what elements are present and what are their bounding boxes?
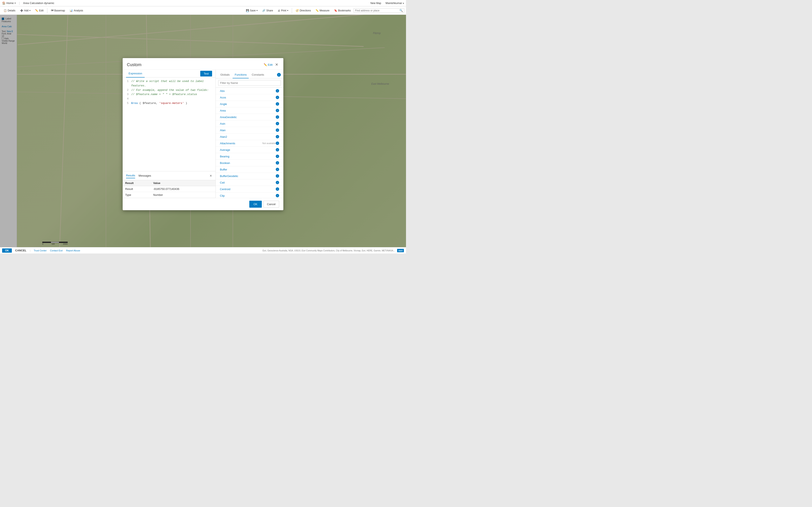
func-avg-info-icon[interactable]: i — [276, 148, 279, 152]
function-item-areageodetic[interactable]: AreaGeodetic i — [216, 114, 283, 120]
tab-globals[interactable]: Globals — [218, 71, 232, 78]
function-item-atan2[interactable]: Atan2 i — [216, 133, 283, 140]
function-item-boolean[interactable]: Boolean i — [216, 160, 283, 166]
bookmarks-label: Bookmarks — [338, 9, 351, 12]
code-line-3: 3 // $feature.name + " " + $feature.stat… — [125, 92, 213, 97]
expression-tabs: Expression Test — [123, 70, 215, 77]
directions-button[interactable]: 🧭 Directions — [294, 8, 313, 13]
code-editor[interactable]: 1 // Write a script that will be used to… — [123, 77, 215, 171]
tab-messages[interactable]: Messages — [139, 173, 151, 178]
bottom-cancel-button[interactable]: CANCEL — [15, 249, 27, 252]
new-map-button[interactable]: New Map — [368, 1, 383, 6]
dialog-close-button[interactable]: ✕ — [274, 61, 279, 68]
func-atan2-info-icon[interactable]: i — [276, 135, 279, 138]
cancel-button[interactable]: Cancel — [263, 201, 279, 208]
function-name-ceil: Ceil — [220, 181, 276, 184]
function-item-clip[interactable]: Clip i — [216, 192, 283, 198]
share-button[interactable]: 🔗 Share — [260, 8, 275, 13]
print-label: Print — [281, 9, 286, 12]
tab-results[interactable]: Results — [126, 173, 135, 178]
func-bool-info-icon[interactable]: i — [276, 161, 279, 165]
func-angle-info-icon[interactable]: i — [276, 102, 279, 106]
trust-center-link[interactable]: Trust Center — [34, 249, 47, 252]
func-buffgeo-info-icon[interactable]: i — [276, 174, 279, 178]
function-name-boolean: Boolean — [220, 161, 276, 165]
search-input[interactable] — [355, 9, 399, 12]
code-content-5: Area ( $feature, 'square-meters' ) — [131, 101, 187, 106]
func-acos-info-icon[interactable]: i — [276, 96, 279, 99]
function-name-attachments: Attachments — [220, 142, 261, 145]
function-item-acos[interactable]: Acos i — [216, 94, 283, 101]
function-list: Abs i Acos i Angle i Area i — [216, 88, 283, 198]
basemap-button[interactable]: 🗺 Basemap — [49, 8, 67, 13]
ok-button[interactable]: OK — [249, 201, 262, 208]
print-chevron-icon: ▾ — [287, 9, 288, 12]
function-item-abs[interactable]: Abs i — [216, 88, 283, 94]
analysis-label: Analysis — [73, 9, 83, 12]
function-item-buffergeodetic[interactable]: BufferGeodetic i — [216, 173, 283, 179]
result-row1-col1: Result — [123, 186, 151, 192]
tab-constants[interactable]: Constants — [250, 71, 266, 78]
bottom-ok-button[interactable]: OK — [2, 248, 12, 252]
print-button[interactable]: 🖨 Print ▾ — [276, 8, 290, 13]
function-item-centroid[interactable]: Centroid i — [216, 186, 283, 192]
user-menu[interactable]: Manishkumar ▾ — [386, 1, 404, 5]
details-button[interactable]: 📋 Details — [2, 8, 17, 13]
func-area-info-icon[interactable]: i — [276, 109, 279, 112]
tab-functions[interactable]: Functions — [233, 71, 249, 78]
code-line-4: 4 — [125, 97, 213, 101]
function-item-atan[interactable]: Atan i — [216, 127, 283, 133]
func-asin-info-icon[interactable]: i — [276, 122, 279, 125]
save-label: Save — [250, 9, 256, 12]
measure-button[interactable]: 📏 Measure — [314, 8, 332, 13]
basemap-label: Basemap — [54, 9, 65, 12]
func-ceil-info-icon[interactable]: i — [276, 181, 279, 184]
func-buffer-info-icon[interactable]: i — [276, 168, 279, 171]
nav-separator: | — [19, 1, 20, 5]
function-filter-input[interactable] — [218, 80, 281, 86]
results-header: Results Messages ✕ — [123, 171, 215, 180]
code-line-1: 1 // Write a script that will be used to… — [125, 79, 213, 88]
functions-info-icon[interactable]: i — [277, 73, 281, 77]
function-item-angle[interactable]: Angle i — [216, 101, 283, 107]
func-areageo-info-icon[interactable]: i — [276, 115, 279, 119]
report-abuse-link[interactable]: Report Abuse — [66, 249, 80, 252]
code-string-param: 'square-meters' — [159, 102, 184, 105]
func-atan-info-icon[interactable]: i — [276, 128, 279, 132]
dialog-edit-button[interactable]: ✏️ Edit — [264, 63, 272, 66]
function-name-buffergeodetic: BufferGeodetic — [220, 174, 276, 178]
tab-expression[interactable]: Expression — [126, 70, 145, 77]
analysis-button[interactable]: 📊 Analysis — [68, 8, 85, 13]
func-bearing-info-icon[interactable]: i — [276, 155, 279, 158]
home-link[interactable]: 🏠 Home ▾ — [2, 1, 16, 5]
function-name-average: Average — [220, 148, 276, 152]
bookmarks-button[interactable]: 🔖 Bookmarks — [332, 8, 353, 13]
test-button[interactable]: Test — [200, 71, 212, 76]
func-abs-info-icon[interactable]: i — [276, 89, 279, 93]
function-item-average[interactable]: Average i — [216, 147, 283, 153]
edit-button[interactable]: ✏️ Edit — [33, 8, 45, 13]
contact-esri-link[interactable]: Contact Esri — [50, 249, 63, 252]
code-comment-2: // For example, append the value of two … — [131, 88, 209, 93]
table-row: Result -9185750.077140436 — [123, 186, 215, 192]
search-box[interactable]: 🔍 — [354, 8, 404, 13]
print-icon: 🖨 — [277, 9, 280, 12]
function-item-area[interactable]: Area i — [216, 107, 283, 114]
function-item-asin[interactable]: Asin i — [216, 120, 283, 127]
add-button[interactable]: ➕ Add ▾ — [18, 8, 32, 13]
results-close-button[interactable]: ✕ — [210, 174, 212, 177]
function-name-angle: Angle — [220, 103, 276, 106]
func-clip-info-icon[interactable]: i — [276, 194, 279, 197]
function-item-bearing[interactable]: Bearing i — [216, 153, 283, 160]
func-centroid-info-icon[interactable]: i — [276, 187, 279, 191]
function-item-attachments[interactable]: Attachments Not available i — [216, 140, 283, 147]
top-nav: 🏠 Home ▾ | Area Calculation dynamic New … — [0, 0, 406, 6]
line-number-2: 2 — [125, 88, 129, 93]
func-attach-info-icon[interactable]: i — [276, 142, 279, 145]
code-feature-param: $feature, — [143, 102, 159, 105]
function-item-ceil[interactable]: Ceil i — [216, 179, 283, 186]
save-button[interactable]: 💾 Save ▾ — [244, 8, 259, 13]
search-icon: 🔍 — [399, 9, 403, 12]
code-func-area: Area — [131, 102, 138, 105]
function-item-buffer[interactable]: Buffer i — [216, 166, 283, 173]
